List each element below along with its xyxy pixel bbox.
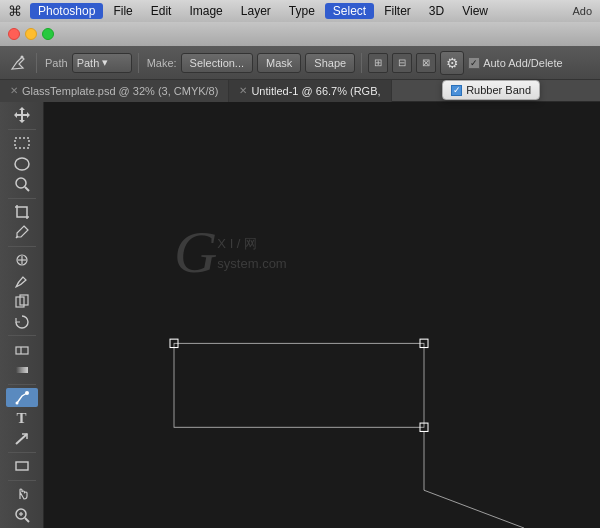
- svg-point-2: [15, 158, 29, 170]
- auto-add-delete-label: Auto Add/Delete: [483, 57, 563, 69]
- svg-rect-1: [15, 138, 29, 148]
- toolbar-sep-2: [138, 53, 139, 73]
- lt-sep-6: [8, 452, 36, 453]
- auto-add-delete-checkbox[interactable]: ✓: [468, 57, 480, 69]
- path-op-2-icon[interactable]: ⊟: [392, 53, 412, 73]
- svg-rect-11: [16, 347, 28, 354]
- path-selection-tool[interactable]: [6, 430, 38, 449]
- lt-sep-7: [8, 480, 36, 481]
- traffic-lights: [8, 28, 54, 40]
- shape-button[interactable]: Shape: [305, 53, 355, 73]
- quick-select-tool[interactable]: [6, 175, 38, 194]
- tab-close-glass[interactable]: ✕: [10, 86, 18, 96]
- svg-point-14: [25, 391, 29, 395]
- tab-glass-template[interactable]: ✕ GlassTemplate.psd @ 32% (3, CMYK/8): [0, 80, 229, 102]
- path-op-3-icon[interactable]: ⊠: [416, 53, 436, 73]
- svg-rect-13: [16, 367, 28, 373]
- menu-view[interactable]: View: [454, 3, 496, 19]
- lt-sep-4: [8, 335, 36, 336]
- zoom-tool[interactable]: [6, 505, 38, 524]
- lt-sep-3: [8, 246, 36, 247]
- svg-line-18: [25, 518, 29, 522]
- pen-tool-left[interactable]: [6, 388, 38, 407]
- menu-layer[interactable]: Layer: [233, 3, 279, 19]
- toolbar-sep-1: [36, 53, 37, 73]
- rubber-band-popup: ✓ Rubber Band: [442, 80, 540, 100]
- menu-file[interactable]: File: [105, 3, 140, 19]
- move-tool[interactable]: [6, 106, 38, 125]
- tab-close-untitled[interactable]: ✕: [239, 86, 247, 96]
- healing-tool[interactable]: [6, 250, 38, 269]
- apple-logo[interactable]: ⌘: [8, 3, 22, 19]
- type-tool[interactable]: T: [6, 409, 38, 428]
- gear-icon[interactable]: ⚙: [440, 51, 464, 75]
- pen-tool-icon[interactable]: [6, 51, 30, 75]
- window-chrome: [0, 22, 600, 46]
- menu-3d[interactable]: 3D: [421, 3, 452, 19]
- canvas-background: [44, 102, 600, 528]
- eraser-tool[interactable]: [6, 340, 38, 359]
- svg-point-15: [15, 401, 18, 404]
- tab-untitled-label: Untitled-1 @ 66.7% (RGB,: [251, 85, 380, 97]
- selection-button[interactable]: Selection...: [181, 53, 253, 73]
- menu-bar-right: Ado: [572, 5, 592, 17]
- gradient-tool[interactable]: [6, 361, 38, 380]
- close-button[interactable]: [8, 28, 20, 40]
- hand-tool[interactable]: [6, 485, 38, 504]
- clone-stamp-tool[interactable]: [6, 292, 38, 311]
- menu-type[interactable]: Type: [281, 3, 323, 19]
- minimize-button[interactable]: [25, 28, 37, 40]
- menu-bar: ⌘ Photoshop File Edit Image Layer Type S…: [0, 0, 600, 22]
- menu-image[interactable]: Image: [181, 3, 230, 19]
- brush-tool[interactable]: [6, 271, 38, 290]
- svg-rect-16: [16, 462, 28, 470]
- lt-sep-2: [8, 198, 36, 199]
- menu-select[interactable]: Select: [325, 3, 374, 19]
- path-label: Path: [45, 57, 68, 69]
- marquee-tool[interactable]: [6, 133, 38, 152]
- lt-sep-5: [8, 384, 36, 385]
- history-tool[interactable]: [6, 313, 38, 332]
- eyedropper-tool[interactable]: [6, 223, 38, 242]
- toolbar-sep-3: [361, 53, 362, 73]
- maximize-button[interactable]: [42, 28, 54, 40]
- svg-line-5: [16, 236, 18, 238]
- menu-edit[interactable]: Edit: [143, 3, 180, 19]
- rubber-band-label: Rubber Band: [466, 84, 531, 96]
- svg-line-4: [25, 187, 29, 191]
- svg-point-3: [16, 178, 26, 188]
- lt-sep-1: [8, 129, 36, 130]
- path-op-1-icon[interactable]: ⊞: [368, 53, 388, 73]
- auto-add-delete-group: ✓ Auto Add/Delete: [468, 57, 563, 69]
- rubber-band-checkbox[interactable]: ✓: [451, 85, 462, 96]
- left-toolbar: T: [0, 102, 44, 528]
- make-label: Make:: [147, 57, 177, 69]
- path-dropdown[interactable]: Path ▾: [72, 53, 132, 73]
- canvas-area[interactable]: G X I / 网 system.com: [44, 102, 600, 528]
- main-area: T G X I / 网 system.com: [0, 102, 600, 528]
- mask-button[interactable]: Mask: [257, 53, 301, 73]
- menu-filter[interactable]: Filter: [376, 3, 419, 19]
- shape-tool-left[interactable]: [6, 457, 38, 476]
- tab-untitled[interactable]: ✕ Untitled-1 @ 66.7% (RGB,: [229, 80, 391, 102]
- menu-photoshop[interactable]: Photoshop: [30, 3, 103, 19]
- lasso-tool[interactable]: [6, 154, 38, 173]
- toolbar: Path Path ▾ Make: Selection... Mask Shap…: [0, 46, 600, 80]
- tab-glass-label: GlassTemplate.psd @ 32% (3, CMYK/8): [22, 85, 218, 97]
- svg-point-0: [21, 55, 24, 58]
- crop-tool[interactable]: [6, 202, 38, 221]
